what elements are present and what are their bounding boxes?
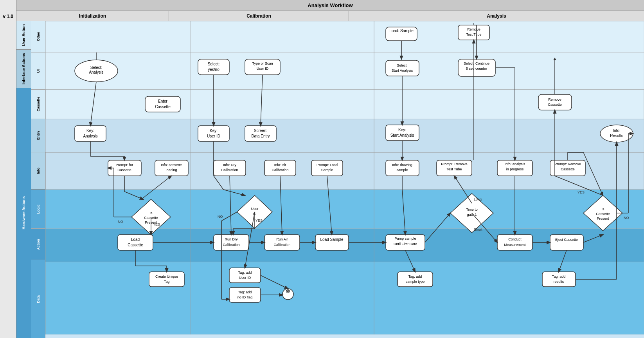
svg-text:Load: Sample: Load: Sample [389, 29, 414, 33]
entry-row-label: Entry [36, 131, 40, 140]
svg-text:Remove: Remove [548, 98, 561, 101]
svg-text:Cassette: Cassette [596, 212, 610, 216]
svg-rect-94 [214, 235, 249, 250]
svg-text:Start Analysis: Start Analysis [390, 133, 414, 137]
svg-text:Until First Gate: Until First Gate [394, 242, 417, 246]
svg-text:Prompt: for: Prompt: for [116, 163, 133, 167]
svg-rect-26 [386, 60, 419, 76]
svg-rect-15 [198, 59, 229, 75]
svg-rect-12 [145, 96, 180, 112]
svg-text:Is: Is [601, 207, 604, 211]
svg-text:Calibration: Calibration [272, 168, 288, 172]
svg-text:YES: YES [255, 219, 263, 222]
svg-text:Tag: add: Tag: add [238, 290, 252, 294]
svg-text:Info: cassette: Info: cassette [161, 163, 182, 167]
svg-rect-105 [497, 235, 532, 250]
svg-text:Test Tube: Test Tube [446, 167, 462, 171]
svg-text:⊗: ⊗ [286, 288, 290, 294]
svg-text:sample type: sample type [406, 280, 425, 284]
other-row-label: Other [36, 32, 40, 41]
svg-text:Screen:: Screen: [254, 128, 267, 133]
svg-text:Prompt: Load: Prompt: Load [317, 163, 338, 167]
svg-text:Key:: Key: [86, 128, 94, 133]
svg-rect-44 [386, 125, 419, 141]
svg-rect-116 [229, 287, 261, 302]
svg-text:Calibration: Calibration [223, 243, 239, 247]
svg-text:Pump sample: Pump sample [394, 237, 416, 240]
svg-text:Info: Dry: Info: Dry [223, 163, 237, 167]
svg-rect-91 [118, 235, 153, 250]
svg-text:Cassette: Cassette [117, 168, 131, 172]
svg-text:loading: loading [165, 168, 177, 172]
svg-rect-38 [198, 126, 229, 141]
svg-text:NO: NO [624, 216, 629, 220]
workflow-title: Analysis Workflow [308, 2, 353, 8]
svg-text:Run Dry: Run Dry [225, 237, 238, 241]
svg-rect-97 [264, 235, 300, 250]
svg-text:Load Sample: Load Sample [320, 237, 344, 242]
svg-rect-3 [45, 119, 644, 152]
svg-text:Tag: add: Tag: add [408, 275, 422, 278]
svg-text:Enter: Enter [158, 99, 168, 103]
svg-text:Info: analysis: Info: analysis [505, 162, 525, 166]
svg-rect-113 [229, 268, 261, 283]
svg-text:Analysis: Analysis [83, 134, 97, 138]
col-calib-label: Calibration [246, 13, 271, 19]
svg-text:Load: Load [131, 237, 140, 242]
main-container: v 1.0 Analysis Workflow Initialization C… [0, 0, 644, 338]
svg-text:Key:: Key: [210, 128, 218, 133]
svg-rect-32 [538, 94, 572, 110]
svg-rect-1 [45, 52, 644, 90]
svg-text:results: results [554, 280, 564, 284]
svg-text:Tag: add: Tag: add [552, 275, 566, 278]
svg-text:Cassette: Cassette [128, 243, 143, 247]
svg-text:NO: NO [118, 220, 123, 224]
svg-text:Long: Long [474, 197, 482, 201]
svg-text:in progress: in progress [506, 167, 524, 171]
svg-text:Key:: Key: [398, 128, 406, 132]
svg-text:yes/no: yes/no [208, 67, 219, 72]
ui-row-label: UI [36, 69, 40, 73]
svg-rect-110 [149, 272, 184, 287]
svg-rect-5 [45, 190, 644, 229]
svg-text:YES: YES [153, 222, 160, 226]
svg-text:Present: Present [597, 217, 609, 221]
svg-text:Info:: Info: [613, 128, 620, 133]
svg-rect-41 [245, 126, 276, 141]
cassette-row-label: Cassette [36, 97, 40, 112]
svg-text:Prompt: Remove: Prompt: Remove [554, 162, 581, 166]
svg-text:Create Unique: Create Unique [155, 275, 178, 278]
svg-rect-108 [550, 235, 583, 250]
svg-rect-124 [542, 272, 576, 287]
svg-text:Results: Results [610, 134, 623, 138]
info-row-label: Info [36, 168, 40, 174]
svg-text:Tag: add: Tag: add [238, 271, 252, 275]
svg-text:Info: drawing: Info: drawing [392, 163, 412, 167]
svg-text:Analysis: Analysis [89, 70, 103, 74]
svg-text:User ID: User ID [239, 276, 251, 280]
svg-text:Sample: Sample [321, 168, 333, 172]
svg-rect-121 [398, 272, 433, 287]
svg-text:YES: YES [577, 190, 585, 194]
svg-text:Cassette: Cassette [561, 167, 575, 171]
svg-rect-35 [75, 126, 106, 141]
svg-text:Calibration: Calibration [273, 243, 290, 247]
col-init-label: Initialization [79, 13, 106, 19]
svg-text:Test Tube: Test Tube [466, 33, 481, 36]
svg-text:Short: Short [474, 228, 482, 231]
svg-text:Data Entry: Data Entry [251, 134, 270, 138]
svg-text:Start Analysis: Start Analysis [392, 69, 413, 72]
select-analysis-node: Select: [90, 65, 103, 70]
svg-rect-100 [315, 235, 349, 250]
svg-text:Eject Cassette: Eject Cassette [555, 238, 578, 242]
svg-text:Measurement: Measurement [504, 243, 526, 247]
svg-text:Info: Air: Info: Air [274, 163, 286, 167]
svg-rect-0 [45, 21, 644, 52]
svg-text:sample: sample [396, 168, 408, 172]
interface-actions-group-label: Interface Actions [16, 50, 31, 88]
svg-text:Cassette: Cassette [155, 105, 171, 109]
svg-text:Remove: Remove [467, 27, 480, 31]
svg-text:Select:: Select: [208, 62, 220, 66]
diagram-svg: Select: Analysis Enter Cassette Select: … [45, 21, 644, 334]
svg-text:Is: Is [149, 211, 153, 215]
